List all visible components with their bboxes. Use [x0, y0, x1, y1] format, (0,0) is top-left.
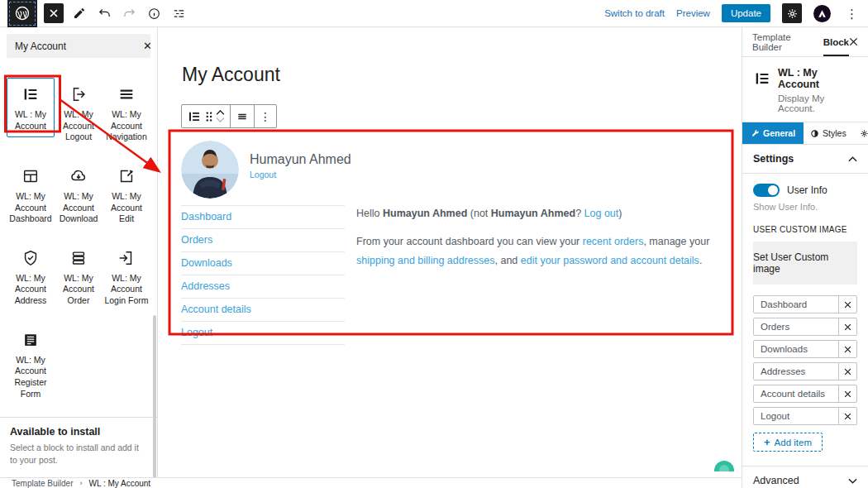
block-inserter-panel: ✕ WL : My Account WL: My Account Logout …	[0, 27, 158, 477]
menu-item-list: Dashboard Orders Downloads Addresses Acc…	[753, 295, 857, 452]
set-custom-image-button[interactable]: Set User Custom image	[753, 242, 857, 285]
block-card: WL : My Account Display My Account.	[742, 57, 868, 122]
addresses-link[interactable]: shipping and billing addresses	[356, 255, 494, 266]
nav-link-orders[interactable]: Orders	[181, 229, 345, 252]
menu-item-row-logout[interactable]: Logout	[753, 407, 857, 425]
scroll-top-fab[interactable]	[714, 461, 734, 471]
tab-template-builder[interactable]: Template Builder	[752, 27, 810, 56]
logout-icon	[69, 85, 88, 103]
block-item-label: WL: My Account Edit	[104, 191, 149, 225]
recent-orders-link[interactable]: recent orders	[583, 236, 644, 247]
menu-item-row-account-details[interactable]: Account details	[753, 385, 857, 403]
undo-icon[interactable]	[95, 4, 113, 22]
plugin-a-logo-icon[interactable]	[813, 5, 831, 22]
cloud-download-icon	[69, 167, 88, 185]
tab-styles[interactable]: Styles	[804, 122, 853, 144]
block-item-label: WL: My Account Register Form	[8, 355, 53, 400]
tab-general[interactable]: General	[742, 122, 804, 144]
nav-link-account-details[interactable]: Account details	[181, 299, 345, 322]
block-item-wl-account-download[interactable]: WL: My Account Download	[55, 160, 103, 231]
block-item-wl-account-logout[interactable]: WL: My Account Logout	[55, 78, 103, 149]
nav-link-logout[interactable]: Logout	[181, 322, 345, 345]
wrench-icon	[751, 129, 760, 138]
tab-advanced-settings[interactable]: Advanced	[853, 122, 868, 144]
remove-item-icon[interactable]	[838, 363, 856, 380]
block-search-box[interactable]: ✕	[7, 34, 150, 58]
dashboard-paragraph: From your account dashboard you can view…	[356, 232, 721, 270]
remove-item-icon[interactable]	[838, 385, 856, 402]
block-item-wl-account-navigation[interactable]: WL: My Account Navigation	[103, 78, 150, 149]
chevron-up-icon	[848, 156, 857, 162]
nav-link-addresses[interactable]: Addresses	[181, 275, 345, 299]
sidebar-scrollbar[interactable]	[153, 315, 156, 477]
redo-icon[interactable]	[120, 4, 138, 22]
account-details-link[interactable]: edit your password and account details	[521, 255, 699, 266]
register-form-icon	[21, 331, 40, 349]
remove-item-icon[interactable]	[838, 296, 856, 313]
block-settings-tabs: General Styles Advanced	[742, 122, 868, 145]
breadcrumb-template-builder[interactable]: Template Builder	[12, 479, 73, 488]
wl-my-account-block[interactable]: Humayun Ahmed Logout Dashboard Orders Do…	[169, 131, 732, 335]
edit-mode-pencil-icon[interactable]	[70, 4, 88, 22]
move-up-icon[interactable]	[216, 110, 225, 115]
block-item-wl-account-edit[interactable]: WL: My Account Edit	[103, 160, 150, 231]
block-card-description: Display My Account.	[778, 93, 857, 113]
block-search-input[interactable]	[15, 41, 143, 52]
remove-item-icon[interactable]	[838, 318, 856, 335]
remove-item-icon[interactable]	[838, 408, 856, 424]
user-info-help-text: Show User Info.	[753, 202, 857, 212]
editor-canvas: My Account ⋮	[159, 27, 742, 477]
available-subheading: Select a block to install and add it to …	[10, 442, 147, 465]
account-nav: Dashboard Orders Downloads Addresses Acc…	[181, 205, 345, 345]
toolbar-block-switcher[interactable]	[182, 105, 231, 127]
block-item-wl-my-account[interactable]: WL : My Account	[7, 78, 55, 137]
preview-link[interactable]: Preview	[676, 8, 710, 18]
block-item-label: WL: My Account Order	[56, 273, 101, 307]
nav-link-dashboard[interactable]: Dashboard	[181, 206, 345, 229]
chevron-down-icon	[848, 478, 857, 484]
menu-item-row-dashboard[interactable]: Dashboard	[753, 295, 857, 313]
update-button[interactable]: Update	[722, 4, 770, 22]
menu-item-row-downloads[interactable]: Downloads	[753, 340, 857, 358]
remove-item-icon[interactable]	[838, 341, 856, 357]
user-info-toggle[interactable]	[753, 184, 780, 197]
settings-sidebar: Template Builder Block WL : My Account D…	[742, 27, 868, 488]
settings-panel-header[interactable]: Settings	[742, 145, 868, 174]
half-circle-styles-icon	[810, 129, 819, 138]
block-item-label: WL: My Account Login Form	[104, 273, 149, 307]
block-item-wl-account-login-form[interactable]: WL: My Account Login Form	[103, 242, 150, 313]
block-item-wl-account-dashboard[interactable]: WL: My Account Dashboard	[7, 160, 55, 231]
drag-handle-icon[interactable]	[205, 111, 212, 122]
switch-to-draft-link[interactable]: Switch to draft	[604, 8, 665, 18]
details-info-icon[interactable]	[145, 4, 163, 22]
block-results-grid: WL : My Account WL: My Account Logout WL…	[7, 78, 150, 405]
wordpress-logo[interactable]	[7, 0, 37, 27]
editor-top-bar: Switch to draft Preview Update ⋮	[0, 0, 868, 27]
address-shield-check-icon	[21, 249, 40, 267]
breadcrumb-current: WL : My Account	[88, 479, 150, 488]
block-item-label: WL: My Account Navigation	[104, 109, 149, 143]
list-view-icon[interactable]	[169, 4, 188, 22]
move-down-icon[interactable]	[216, 117, 225, 122]
tab-block[interactable]: Block	[823, 27, 849, 56]
toolbar-align-button[interactable]	[231, 105, 255, 127]
add-item-button[interactable]: + Add item	[753, 433, 823, 452]
menu-item-row-addresses[interactable]: Addresses	[753, 362, 857, 380]
breadcrumb-chevron-icon: ›	[79, 479, 82, 487]
advanced-panel-header[interactable]: Advanced	[742, 466, 868, 488]
block-item-wl-account-register-form[interactable]: WL: My Account Register Form	[7, 323, 55, 406]
block-inserter-toggle-icon[interactable]	[44, 3, 64, 23]
nav-link-downloads[interactable]: Downloads	[181, 252, 345, 275]
settings-panel-body: User Info Show User Info. USER CUSTOM IM…	[742, 174, 868, 452]
search-clear-icon[interactable]: ✕	[143, 41, 152, 51]
wl-my-account-icon	[187, 109, 202, 124]
user-logout-link[interactable]: Logout	[250, 170, 351, 179]
block-item-wl-account-address[interactable]: WL: My Account Address	[7, 242, 55, 313]
log-out-link[interactable]: Log out	[584, 208, 619, 219]
close-sidebar-icon[interactable]	[849, 27, 858, 56]
menu-item-row-orders[interactable]: Orders	[753, 318, 857, 336]
toolbar-options-kebab[interactable]: ⋮	[255, 105, 276, 127]
block-item-wl-account-order[interactable]: WL: My Account Order	[55, 242, 103, 313]
settings-gear-icon[interactable]	[782, 3, 802, 23]
options-kebab-icon[interactable]: ⋮	[842, 7, 861, 20]
